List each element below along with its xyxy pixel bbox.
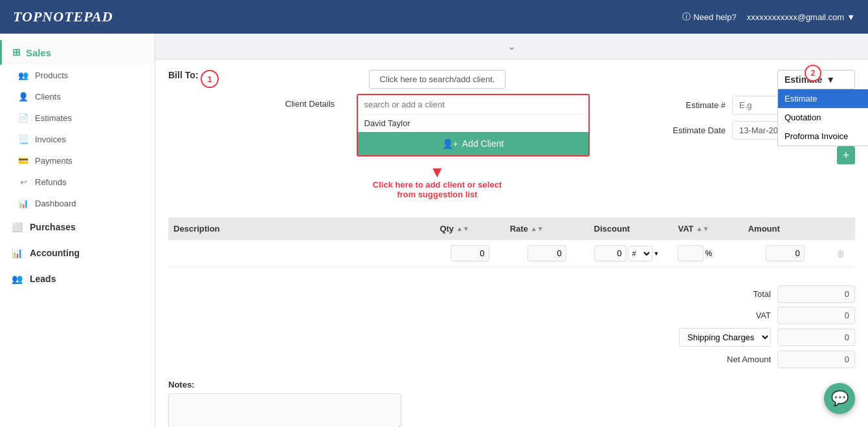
total-row: Total bbox=[693, 285, 855, 303]
client-details-label: Client Details bbox=[285, 94, 350, 109]
option-quotation[interactable]: Quotation bbox=[778, 108, 868, 127]
items-table: Description Qty ▲▼ Rate ▲▼ bbox=[168, 217, 855, 267]
discount-type-select[interactable]: # % bbox=[628, 246, 652, 261]
bill-to-label: Bill To: bbox=[168, 66, 198, 80]
sidebar-item-estimates[interactable]: 📄 Estimates bbox=[0, 107, 155, 129]
totals-section: Total VAT Shipping Charges Net Amount bbox=[155, 280, 868, 373]
net-amount-row: Net Amount bbox=[693, 351, 855, 368]
table-section: Description Qty ▲▼ Rate ▲▼ bbox=[155, 217, 868, 280]
bill-to-center: 1 Click here to search/add client. Clien… bbox=[239, 70, 635, 199]
step-2-badge: 2 bbox=[805, 65, 821, 82]
estimate-type-dropdown: Estimate Quotation Proforma Invoice bbox=[777, 89, 868, 146]
vat-sort-icon[interactable]: ▲▼ bbox=[696, 225, 709, 232]
sidebar-item-payments[interactable]: 💳 Payments bbox=[0, 150, 155, 171]
step-1-badge: 1 bbox=[201, 70, 219, 88]
accounting-icon: 📊 bbox=[10, 248, 23, 258]
chevron-down-icon: ▼ bbox=[847, 12, 855, 22]
user-menu[interactable]: xxxxxxxxxxxx@gmail.com ▼ bbox=[747, 12, 855, 22]
payments-icon: 💳 bbox=[18, 156, 28, 166]
row-amount-cell bbox=[743, 240, 827, 267]
estimates-icon: 📄 bbox=[18, 113, 28, 123]
help-icon: ⓘ bbox=[682, 11, 691, 23]
net-amount-value[interactable] bbox=[777, 351, 855, 368]
sidebar-section-sales[interactable]: ⊞ Sales bbox=[0, 40, 155, 65]
qty-input[interactable] bbox=[451, 245, 489, 261]
collapse-arrow-icon[interactable]: ⌄ bbox=[507, 40, 516, 52]
amount-input[interactable] bbox=[766, 245, 805, 261]
add-row-button[interactable]: + bbox=[837, 146, 855, 164]
notes-section: Notes: bbox=[155, 373, 868, 427]
sidebar-item-dashboard[interactable]: 📊 Dashboard bbox=[0, 193, 155, 214]
add-client-button[interactable]: 👤+ Add Client bbox=[358, 132, 588, 155]
sidebar-item-products[interactable]: 👥 Products bbox=[0, 65, 155, 86]
discount-dropdown-icon: ▼ bbox=[654, 250, 660, 257]
notes-label: Notes: bbox=[168, 380, 855, 389]
vat-percent-symbol: % bbox=[705, 249, 712, 258]
row-rate-cell bbox=[505, 240, 589, 267]
logo: TopNotepad bbox=[13, 8, 113, 25]
row-qty-cell bbox=[434, 240, 504, 267]
client-input-area: David Taylor 👤+ Add Client bbox=[357, 94, 590, 157]
annotation-arrow-icon: ▼ bbox=[430, 164, 445, 180]
sidebar-item-clients[interactable]: 👤 Clients bbox=[0, 86, 155, 107]
row-description-cell bbox=[168, 240, 434, 267]
layout: ⊞ Sales 👥 Products 👤 Clients 📄 Estimates… bbox=[0, 34, 868, 427]
annotation-area: ▼ Click here to add client or select fro… bbox=[373, 164, 502, 199]
invoices-icon: 📃 bbox=[18, 135, 28, 144]
rate-input[interactable] bbox=[528, 245, 566, 261]
row-vat-cell: % bbox=[673, 240, 742, 267]
vat-percent-input[interactable] bbox=[678, 245, 704, 261]
sidebar-group-purchases[interactable]: ⬜ Purchases bbox=[0, 214, 155, 240]
form-area: Bill To: 1 Click here to search/add clie… bbox=[155, 60, 868, 217]
annotation-text: Click here to add client or select from … bbox=[373, 180, 502, 199]
col-header-delete bbox=[827, 217, 855, 240]
products-icon: 👥 bbox=[18, 71, 28, 80]
client-details-row: Client Details David Taylor 👤+ Add Clien… bbox=[285, 94, 590, 157]
notes-textarea[interactable] bbox=[168, 393, 401, 427]
option-estimate[interactable]: Estimate bbox=[778, 89, 868, 108]
sidebar-item-refunds[interactable]: ↩ Refunds bbox=[0, 171, 155, 193]
shipping-charges-select[interactable]: Shipping Charges bbox=[679, 328, 771, 347]
row-discount-cell: # % ▼ bbox=[589, 240, 673, 267]
col-header-discount: Discount bbox=[589, 217, 673, 240]
leads-icon: 👥 bbox=[10, 274, 23, 284]
header: TopNotepad ⓘ Need help? xxxxxxxxxxxx@gma… bbox=[0, 0, 868, 34]
col-header-amount: Amount bbox=[743, 217, 827, 240]
net-amount-label: Net Amount bbox=[693, 355, 771, 364]
col-header-rate: Rate ▲▼ bbox=[505, 217, 589, 240]
total-value[interactable] bbox=[777, 285, 855, 303]
client-search-input[interactable] bbox=[358, 95, 588, 114]
table-row: # % ▼ % bbox=[168, 240, 855, 267]
shipping-row: Shipping Charges bbox=[679, 328, 855, 347]
option-proforma[interactable]: Proforma Invoice bbox=[778, 127, 868, 146]
clients-icon: 👤 bbox=[18, 92, 28, 102]
client-suggestion-item[interactable]: David Taylor bbox=[358, 114, 588, 132]
row-delete-cell: 🗑 bbox=[827, 240, 855, 267]
help-link[interactable]: ⓘ Need help? bbox=[682, 11, 737, 23]
refunds-icon: ↩ bbox=[18, 177, 28, 187]
total-label: Total bbox=[693, 289, 771, 299]
col-header-vat: VAT ▲▼ bbox=[673, 217, 742, 240]
search-add-client-button[interactable]: Click here to search/add client. bbox=[369, 70, 506, 89]
discount-input[interactable] bbox=[594, 245, 627, 261]
sidebar-group-leads[interactable]: 👥 Leads bbox=[0, 266, 155, 292]
qty-sort-icon[interactable]: ▲▼ bbox=[456, 225, 469, 232]
chat-icon: 💬 bbox=[831, 390, 849, 407]
top-bar: ⌄ bbox=[155, 34, 868, 60]
add-person-icon: 👤+ bbox=[442, 138, 458, 149]
vat-total-label: VAT bbox=[693, 311, 771, 320]
col-header-qty: Qty ▲▼ bbox=[434, 217, 504, 240]
shipping-value[interactable] bbox=[777, 329, 855, 346]
purchases-icon: ⬜ bbox=[10, 222, 23, 232]
dashboard-icon: 📊 bbox=[18, 199, 28, 208]
vat-total-value[interactable] bbox=[777, 307, 855, 324]
vat-row: VAT bbox=[693, 307, 855, 324]
header-right: ⓘ Need help? xxxxxxxxxxxx@gmail.com ▼ bbox=[682, 11, 855, 23]
chat-button[interactable]: 💬 bbox=[824, 383, 855, 414]
rate-sort-icon[interactable]: ▲▼ bbox=[531, 225, 544, 232]
bill-to-row: Bill To: 1 Click here to search/add clie… bbox=[168, 70, 855, 199]
sidebar-group-accounting[interactable]: 📊 Accounting bbox=[0, 240, 155, 266]
sidebar-item-invoices[interactable]: 📃 Invoices bbox=[0, 129, 155, 150]
delete-row-icon[interactable]: 🗑 bbox=[836, 248, 845, 259]
sidebar: ⊞ Sales 👥 Products 👤 Clients 📄 Estimates… bbox=[0, 34, 155, 427]
